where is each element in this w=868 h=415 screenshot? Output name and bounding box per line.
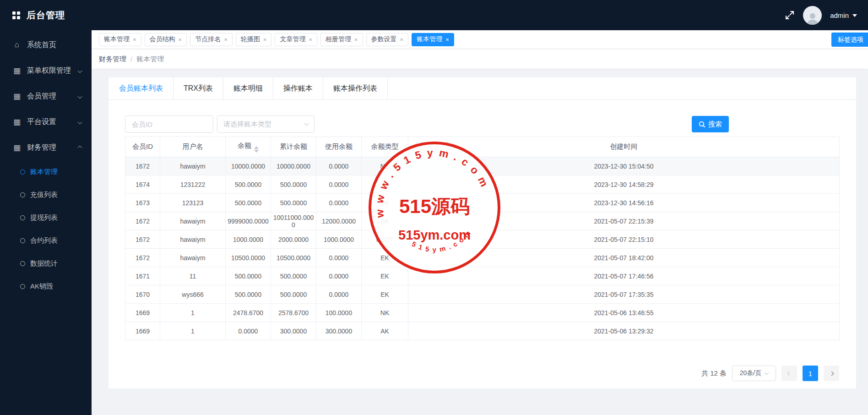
avatar[interactable] bbox=[803, 6, 822, 25]
table-cell: 1 bbox=[160, 322, 226, 340]
app-logo-icon[interactable] bbox=[12, 11, 20, 19]
sidebar-subitem-withdraw[interactable]: 提现列表 bbox=[0, 206, 92, 229]
circle-icon bbox=[20, 238, 25, 243]
tab-chip[interactable]: 轮播图× bbox=[236, 33, 272, 46]
close-icon[interactable]: × bbox=[133, 37, 136, 43]
table-cell: 1670 bbox=[125, 285, 160, 304]
sidebar-item-label: 财务管理 bbox=[27, 143, 56, 153]
circle-icon bbox=[20, 261, 25, 266]
sort-desc-icon[interactable] bbox=[254, 150, 259, 153]
table-row[interactable]: 1672hawaiym10500.000010500.00000.0000EK2… bbox=[125, 249, 840, 267]
username: admin bbox=[830, 11, 849, 19]
table-cell: 2021-05-07 22:15:39 bbox=[408, 212, 840, 230]
tab-ledger-detail[interactable]: 账本明细 bbox=[223, 77, 273, 99]
close-icon[interactable]: × bbox=[354, 37, 358, 43]
pagination-total: 共 12 条 bbox=[701, 369, 727, 378]
table-row[interactable]: 16741231222500.0000500.00000.00002023-12… bbox=[125, 175, 840, 194]
table-cell: 2021-05-07 22:15:10 bbox=[408, 230, 840, 249]
sidebar-item-menu-permissions[interactable]: ▦ 菜单权限管理 bbox=[0, 58, 92, 83]
sidebar: ⌂ 系统首页 ▦ 菜单权限管理 ▦ 会员管理 ▦ 平台设置 ▦ 财务管理 账本管… bbox=[0, 30, 92, 415]
sidebar-item-home[interactable]: ⌂ 系统首页 bbox=[0, 32, 92, 58]
chevron-down-icon bbox=[78, 94, 82, 98]
fullscreen-icon[interactable] bbox=[785, 10, 795, 20]
tab-chip[interactable]: 相册管理× bbox=[320, 33, 363, 46]
close-icon[interactable]: × bbox=[445, 37, 449, 43]
close-icon[interactable]: × bbox=[179, 37, 182, 43]
tag-options-button[interactable]: 标签选项 bbox=[831, 33, 868, 47]
sort-icons[interactable] bbox=[254, 146, 259, 153]
table-row[interactable]: 1673123123500.0000500.00000.0000EK2023-1… bbox=[125, 194, 840, 212]
table-cell: hawaiym bbox=[160, 212, 226, 230]
user-menu[interactable]: admin bbox=[830, 11, 857, 19]
next-page-button[interactable] bbox=[824, 366, 839, 381]
table-cell: 0.0000 bbox=[226, 322, 271, 340]
ledger-type-select[interactable]: 请选择账本类型 bbox=[217, 115, 315, 133]
table-row[interactable]: 1670wys666500.0000500.00000.0000EK2021-0… bbox=[125, 285, 840, 304]
table-row[interactable]: 166910.0000300.0000300.0000AK2021-05-06 … bbox=[125, 322, 840, 340]
table-row[interactable]: 1672hawaiym9999000.000010011000.00001200… bbox=[125, 212, 840, 230]
table-cell: AK bbox=[362, 212, 408, 230]
table-cell: 0.0000 bbox=[316, 267, 362, 285]
search-button[interactable]: 搜索 bbox=[692, 116, 729, 132]
tab-chip[interactable]: 账本管理× bbox=[99, 33, 141, 46]
sidebar-subitem-ak-destroy[interactable]: AK销毁 bbox=[0, 275, 92, 298]
sidebar-item-finance[interactable]: ▦ 财务管理 bbox=[0, 135, 92, 160]
member-id-input[interactable] bbox=[125, 115, 213, 133]
column-header-balance[interactable]: 余额 bbox=[226, 137, 271, 157]
tab-chip-label: 参数设置 bbox=[371, 35, 397, 44]
table-cell: 1672 bbox=[125, 157, 160, 175]
page-size-label: 20条/页 bbox=[740, 369, 761, 377]
select-placeholder: 请选择账本类型 bbox=[223, 120, 271, 129]
tab-member-ledger-list[interactable]: 会员账本列表 bbox=[108, 77, 174, 99]
filter-bar: 请选择账本类型 搜索 bbox=[125, 115, 840, 133]
table-cell: hawaiym bbox=[160, 249, 226, 267]
table-row[interactable]: 1672hawaiym1000.00002000.00001000.0000US… bbox=[125, 230, 840, 249]
tab-operate-ledger[interactable]: 操作账本 bbox=[273, 77, 323, 99]
page-1-button[interactable]: 1 bbox=[803, 366, 818, 381]
table-row[interactable]: 1672hawaiym10000.000010000.00000.0000NK2… bbox=[125, 157, 840, 175]
table-cell: 10000.0000 bbox=[271, 157, 316, 175]
sidebar-subitem-ledger[interactable]: 账本管理 bbox=[0, 160, 92, 183]
table-cell: 2021-05-06 13:46:55 bbox=[408, 304, 840, 322]
person-icon bbox=[806, 11, 819, 25]
chevron-right-icon bbox=[829, 371, 834, 376]
sidebar-item-label: 菜单权限管理 bbox=[27, 66, 71, 76]
sort-asc-icon[interactable] bbox=[254, 146, 259, 149]
sidebar-item-platform[interactable]: ▦ 平台设置 bbox=[0, 109, 92, 135]
table-cell: 500.0000 bbox=[271, 285, 316, 304]
table-row[interactable]: 167111500.0000500.00000.0000EK2021-05-07… bbox=[125, 267, 840, 285]
chevron-down-icon bbox=[304, 121, 309, 126]
table-cell: 2578.6700 bbox=[271, 304, 316, 322]
close-icon[interactable]: × bbox=[400, 37, 404, 43]
tab-chip[interactable]: 会员结构× bbox=[145, 33, 187, 46]
home-icon: ⌂ bbox=[12, 40, 22, 49]
table-cell: 1669 bbox=[125, 322, 160, 340]
sidebar-subitem-recharge[interactable]: 充值列表 bbox=[0, 183, 92, 206]
circle-icon bbox=[20, 284, 25, 289]
tab-ledger-operation-list[interactable]: 账本操作列表 bbox=[323, 77, 388, 99]
table-cell: 0.0000 bbox=[316, 157, 362, 175]
tab-chip[interactable]: 参数设置× bbox=[366, 33, 409, 46]
breadcrumb-parent[interactable]: 财务管理 bbox=[99, 55, 126, 64]
tab-chip-active[interactable]: 账本管理× bbox=[412, 33, 454, 46]
close-icon[interactable]: × bbox=[263, 37, 267, 43]
sidebar-subitem-stats[interactable]: 数据统计 bbox=[0, 252, 92, 275]
sidebar-subitem-label: 账本管理 bbox=[30, 168, 58, 176]
table-cell: 300.0000 bbox=[316, 322, 362, 340]
close-icon[interactable]: × bbox=[309, 37, 312, 43]
sidebar-submenu-finance: 账本管理 充值列表 提现列表 合约列表 数据统计 AK销毁 bbox=[0, 160, 92, 298]
tab-chip[interactable]: 文章管理× bbox=[275, 33, 317, 46]
page-size-select[interactable]: 20条/页 bbox=[732, 366, 776, 381]
sidebar-item-members[interactable]: ▦ 会员管理 bbox=[0, 83, 92, 109]
close-icon[interactable]: × bbox=[224, 37, 228, 43]
sidebar-item-label: 会员管理 bbox=[27, 92, 56, 101]
tab-trx-list[interactable]: TRX列表 bbox=[174, 77, 223, 99]
prev-page-button[interactable] bbox=[781, 366, 797, 381]
table-cell: 10011000.0000 bbox=[271, 212, 316, 230]
table-row[interactable]: 166912478.67002578.6700100.0000NK2021-05… bbox=[125, 304, 840, 322]
tab-chip-label: 文章管理 bbox=[280, 35, 305, 44]
table-cell: 2021-05-06 13:29:32 bbox=[408, 322, 840, 340]
sidebar-subitem-contract[interactable]: 合约列表 bbox=[0, 229, 92, 252]
tab-chip[interactable]: 节点排名× bbox=[190, 33, 233, 46]
breadcrumb: 财务管理 / 账本管理 bbox=[92, 49, 868, 69]
